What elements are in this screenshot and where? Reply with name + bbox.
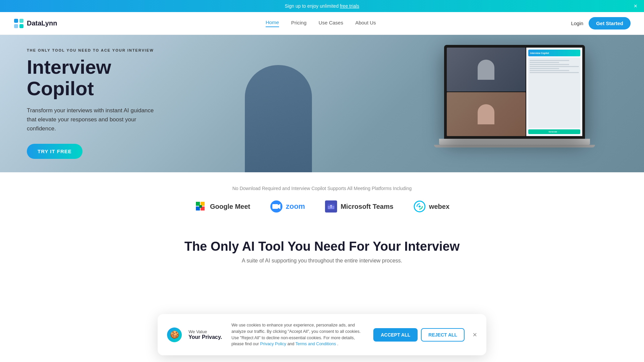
ai-action-button: Generate → (528, 129, 581, 134)
avatar-1 (478, 60, 494, 80)
nav-use-cases[interactable]: Use Cases (319, 20, 343, 27)
logo-text: DataLynn (27, 19, 57, 27)
svg-text:T: T (330, 205, 332, 208)
teams-label: Microsoft Teams (340, 203, 393, 210)
nav-about-us[interactable]: About Us (355, 20, 376, 27)
banner-text: Sign up to enjoy unlimited (285, 3, 340, 9)
laptop-screen: Interview Copilot Generate → (444, 45, 585, 139)
nav-home[interactable]: Home (266, 19, 279, 27)
banner-link[interactable]: free trials (340, 3, 359, 9)
ai-text-line (530, 66, 579, 67)
logo-icon (13, 18, 24, 29)
ai-text-line (530, 62, 559, 63)
webex-label: webex (429, 203, 449, 210)
video-call-panel (447, 48, 526, 136)
section-title: The Only AI Tool You Need For Your Inter… (27, 239, 617, 254)
partners-section: No Download Required and Interview Copil… (0, 172, 644, 219)
partner-zoom: zoom (270, 200, 305, 213)
hero-title-line2: Copilot (27, 77, 94, 99)
zoom-label: zoom (286, 202, 305, 211)
logo[interactable]: DataLynn (13, 18, 57, 29)
partner-google-meet: Google Meet (195, 200, 250, 213)
laptop-bottom (434, 145, 595, 147)
hero-section: Interview Copilot Generate → (0, 35, 644, 172)
nav-actions: Login Get Started (571, 17, 631, 29)
navbar: DataLynn Home Pricing Use Cases About Us… (0, 12, 644, 35)
laptop-screen-inner: Interview Copilot Generate → (447, 48, 582, 136)
laptop-mockup: Interview Copilot Generate → (444, 45, 612, 166)
banner-close-button[interactable]: × (634, 3, 637, 10)
ai-text-line (530, 70, 569, 71)
svg-marker-5 (196, 202, 200, 206)
svg-rect-1 (19, 19, 23, 23)
ai-text-line (530, 72, 579, 73)
svg-rect-2 (14, 24, 18, 28)
ai-header: Interview Copilot (528, 50, 581, 56)
teams-icon: T (325, 200, 337, 213)
svg-rect-11 (272, 204, 278, 209)
partner-microsoft-teams: T Microsoft Teams (325, 200, 393, 213)
login-button[interactable]: Login (571, 20, 583, 26)
try-it-free-button[interactable]: TRY IT FREE (27, 144, 83, 159)
get-started-button[interactable]: Get Started (589, 17, 631, 29)
hero-content: THE ONLY TOOL YOU NEED TO ACE YOUR INTER… (0, 35, 322, 172)
video-tile-2 (447, 92, 526, 136)
ai-text-line (530, 68, 559, 69)
section-subtitle: A suite of AI supporting you throughout … (27, 258, 617, 264)
google-meet-icon (195, 200, 207, 213)
ai-text-line (530, 60, 569, 61)
ai-response-text (528, 58, 581, 128)
partner-webex: webex (414, 200, 449, 213)
avatar-2 (478, 104, 494, 124)
video-tile-1 (447, 48, 526, 92)
hero-subtitle: Transform your interviews with instant A… (27, 106, 161, 133)
svg-point-18 (419, 205, 421, 207)
ai-text-line (530, 64, 569, 65)
hero-inner: Interview Copilot Generate → (0, 35, 644, 172)
svg-rect-9 (199, 205, 202, 208)
hero-eyebrow: THE ONLY TOOL YOU NEED TO ACE YOUR INTER… (27, 48, 302, 52)
partners-logos: Google Meet zoom T Microsoft Teams (27, 200, 617, 213)
zoom-icon (270, 200, 282, 213)
top-banner: Sign up to enjoy unlimited free trials × (0, 0, 644, 12)
google-meet-label: Google Meet (210, 203, 250, 210)
section-title-area: The Only AI Tool You Need For Your Inter… (0, 219, 644, 270)
webex-icon (414, 200, 426, 213)
nav-pricing[interactable]: Pricing (291, 20, 307, 27)
hero-title: Interview Copilot (27, 56, 302, 99)
nav-links: Home Pricing Use Cases About Us (70, 19, 571, 27)
svg-rect-3 (19, 24, 23, 28)
svg-rect-0 (14, 19, 18, 23)
partners-text: No Download Required and Interview Copil… (27, 186, 617, 191)
ai-sidebar-panel: Interview Copilot Generate → (526, 48, 583, 136)
hero-title-line1: Interview (27, 56, 111, 78)
laptop-base (439, 139, 590, 145)
